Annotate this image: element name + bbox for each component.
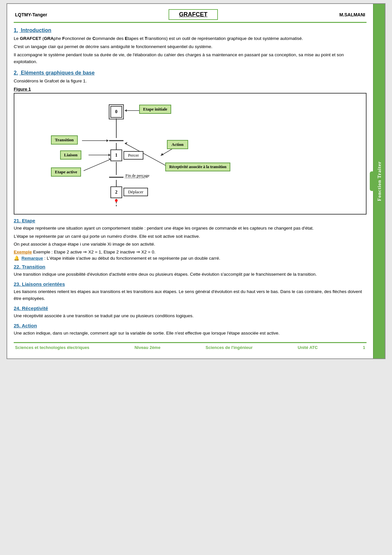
- footer-page: 1: [363, 345, 365, 350]
- svg-marker-10: [161, 153, 164, 156]
- step-1: 1: [110, 149, 122, 161]
- figure-label: Figure 1: [14, 87, 367, 92]
- section1-para2: C'est un langage clair qui permet de déc…: [14, 43, 367, 50]
- footer-col3: Sciences de l'ingénieur: [205, 345, 253, 350]
- label-action: Action: [167, 140, 188, 149]
- action-percer: Percer: [123, 151, 143, 160]
- label-transition: Transition: [51, 135, 78, 145]
- label-receptivite: Réceptivité associée à la transition: [165, 163, 230, 171]
- svg-marker-8: [125, 109, 127, 112]
- header-right: M.SALMANI: [339, 12, 365, 17]
- sub22-para1: Une transition indique une possibilité d…: [14, 271, 367, 278]
- sub22-title: 22. Transition: [14, 264, 367, 269]
- grafcet-diagram: 0 1 2 Percer Déplacer: [14, 93, 367, 215]
- side-tab-notch: [370, 171, 374, 191]
- svg-marker-12: [125, 142, 127, 145]
- sub25-para1: Une action indique, dans un rectangle, c…: [14, 330, 367, 337]
- sub24-para1: Une réceptivité associée à une transitio…: [14, 313, 367, 320]
- sub21-remarque: 🔔 Remarque : L'étape initiale s'active a…: [14, 255, 367, 261]
- step-0: 0: [110, 106, 122, 118]
- header-left: LQTMY-Tanger: [15, 12, 47, 17]
- label-etape-active: Etape active: [51, 167, 81, 177]
- svg-line-17: [84, 159, 110, 171]
- step-2: 2: [110, 186, 122, 198]
- sub23-title: 23. Liaisons orientées: [14, 281, 367, 287]
- footer-col4: Unité ATC: [298, 345, 318, 350]
- label-liaison: Liaison: [60, 150, 81, 160]
- footer-col1: Sciences et technologies électriques: [15, 345, 90, 350]
- footer: Sciences et technologies électriques Niv…: [14, 342, 367, 352]
- sub21-para3: On peut associer à chaque étape i une va…: [14, 241, 367, 248]
- fin-percage-label: Fin de perçage: [125, 173, 150, 178]
- section1-para3: Il accompagne le système pendant toute s…: [14, 52, 367, 65]
- step-1-label: 1: [115, 153, 118, 158]
- action-deplacer: Déplacer: [123, 188, 148, 196]
- step-0-label: 0: [115, 109, 118, 114]
- section1-para1: Le GRAFCET (GRAphe Fonctionnel de Comman…: [14, 35, 367, 42]
- sub21-title: 21. Etape: [14, 218, 367, 223]
- sub21-para2: L'étape se représente par un carré qui p…: [14, 233, 367, 240]
- sub23-para1: Les liaisons orientées relient les étape…: [14, 288, 367, 302]
- diagram-inner: 0 1 2 Percer Déplacer: [18, 99, 362, 210]
- section2-intro: Considérons le Grafcet de la figure 1.: [14, 78, 367, 85]
- side-tab: Fonction Traiter: [373, 4, 385, 358]
- svg-marker-14: [106, 139, 108, 142]
- header-center: GRAFCET: [169, 9, 218, 20]
- side-tab-text: Fonction Traiter: [376, 159, 383, 204]
- sub24-title: 24. Réceptivité: [14, 305, 367, 311]
- active-dot: [115, 199, 118, 202]
- sub21-exemple: Exemple Exemple : Etape 2 active ⇒ X2 = …: [14, 249, 367, 254]
- section1-title: 1. Introduction: [14, 27, 367, 33]
- sub21-para1: Une étape représente une situation ayant…: [14, 225, 367, 232]
- section2-title: 2. Eléments graphiques de base: [14, 70, 367, 76]
- footer-col2: Niveau 2ème: [135, 345, 161, 350]
- label-etape-initiale: Etape initiale: [139, 105, 171, 114]
- step-2-label: 2: [115, 190, 118, 195]
- header: LQTMY-Tanger GRAFCET M.SALMANI: [14, 7, 367, 23]
- sub25-title: 25. Action: [14, 323, 367, 328]
